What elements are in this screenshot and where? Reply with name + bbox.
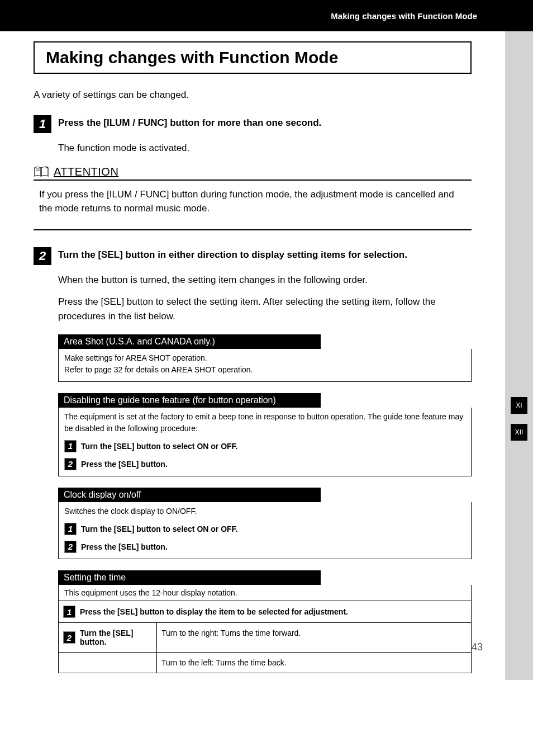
section-clock: Clock display on/off Switches the clock … [58,488,472,559]
guide-tone-step-2-text: Press the [SEL] button. [81,459,168,470]
area-shot-line-2: Refer to page 32 for details on AREA SHO… [64,364,465,376]
step-1-title: Press the [ILUM / FUNC] button for more … [58,115,321,129]
title-box: Making changes with Function Mode [34,41,472,74]
step-1: 1 Press the [ILUM / FUNC] button for mor… [34,115,472,133]
mini-badge: 2 [64,458,77,470]
time-right-text: Turn to the right: Turns the time forwar… [156,623,471,652]
attention-header: ATTENTION [34,166,472,181]
mini-badge: 1 [64,440,77,452]
side-tab-xi[interactable]: XI [511,397,527,414]
time-header: Setting the time [58,570,321,585]
mini-badge: 1 [63,606,75,618]
page-title: Making changes with Function Mode [46,48,459,67]
mini-badge: 2 [63,631,75,644]
clock-header: Clock display on/off [58,488,321,502]
mini-badge: 2 [64,541,77,553]
step-2-title: Turn the [SEL] button in either directio… [58,247,407,261]
time-left-text: Turn to the left: Turns the time back. [156,653,471,673]
step-2-body-2: Press the [SEL] button to select the set… [58,295,472,323]
step-1-body: The function mode is activated. [58,141,472,155]
breadcrumb: Making changes with Function Mode [331,11,477,21]
step-badge-2: 2 [34,247,51,265]
time-intro: This equipment uses the 12-hour display … [59,585,471,601]
book-icon [34,166,49,178]
guide-tone-step-2: 2 Press the [SEL] button. [64,458,465,470]
section-guide-tone: Disabling the guide tone feature (for bu… [58,393,472,476]
attention-body: If you press the [ILUM / FUNC] button du… [34,187,472,216]
clock-step-1: 1 Turn the [SEL] button to select ON or … [64,523,465,535]
time-step-1: 1 Press the [SEL] button to display the … [59,601,471,622]
guide-tone-header: Disabling the guide tone feature (for bu… [58,393,321,408]
time-step-1-text: Press the [SEL] button to display the it… [80,607,348,616]
area-shot-header: Area Shot (U.S.A. and CANADA only.) [58,334,321,349]
guide-tone-step-1: 1 Turn the [SEL] button to select ON or … [64,440,465,452]
step-2: 2 Turn the [SEL] button in either direct… [34,247,472,265]
section-time: Setting the time This equipment uses the… [58,570,472,673]
clock-step-1-text: Turn the [SEL] button to select ON or OF… [81,523,238,535]
clock-step-2-text: Press the [SEL] button. [81,541,168,553]
time-step-2-row-1: 2 Turn the [SEL] button. Turn to the rig… [59,622,471,652]
guide-tone-intro: The equipment is set at the factory to e… [64,411,465,434]
guide-tone-step-1-text: Turn the [SEL] button to select ON or OF… [81,441,238,452]
side-tab-xii[interactable]: XII [511,424,527,441]
clock-step-2: 2 Press the [SEL] button. [64,541,465,553]
area-shot-line-1: Make settings for AREA SHOT operation. [64,352,465,364]
step-2-body-1: When the button is turned, the setting i… [58,273,472,287]
attention-label: ATTENTION [54,166,118,178]
intro-text: A variety of settings can be changed. [34,89,472,101]
divider [34,229,472,230]
time-step-2-text: Turn the [SEL] button. [80,629,152,646]
step-badge-1: 1 [34,115,51,133]
mini-badge: 1 [64,523,77,535]
clock-intro: Switches the clock display to ON/OFF. [64,505,465,517]
page-number: 43 [472,641,483,653]
section-area-shot: Area Shot (U.S.A. and CANADA only.) Make… [58,334,472,382]
time-step-2-row-2: Turn to the left: Turns the time back. [59,652,471,673]
